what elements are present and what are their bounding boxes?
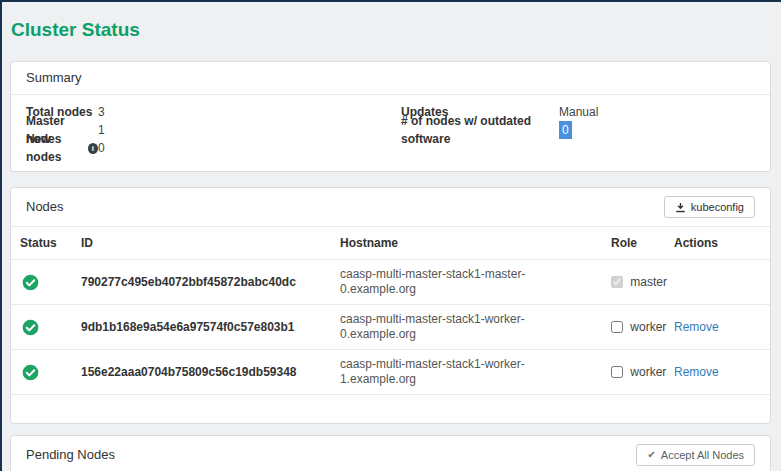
node-actions-cell: Remove — [665, 305, 770, 350]
node-actions-cell: Remove — [665, 350, 770, 395]
check-icon: ✔ — [647, 449, 655, 461]
nodes-table: Status ID Hostname Role Actions 790277c4… — [11, 227, 770, 395]
pending-nodes-panel: Pending Nodes ✔ Accept All Nodes You cur… — [10, 435, 771, 471]
summary-right-column: Updates Manual # of nodes w/ outdated so… — [401, 103, 755, 157]
page-title: Cluster Status — [11, 18, 781, 41]
node-actions-cell — [665, 260, 770, 305]
status-ok-icon — [22, 274, 39, 291]
summary-row-outdated: # of nodes w/ outdated software 0 — [401, 121, 755, 139]
node-id: 790277c495eb4072bbf45872babc40dc — [72, 260, 331, 305]
node-row: 790277c495eb4072bbf45872babc40dc caasp-m… — [11, 260, 770, 305]
node-hostname: caasp-multi-master-stack1-master-0.examp… — [331, 260, 602, 305]
node-row: 156e22aaa0704b75809c56c19db59348 caasp-m… — [11, 350, 770, 395]
download-icon — [675, 202, 686, 213]
nodes-panel-header: Nodes kubeconfig — [11, 188, 770, 227]
node-hostname: caasp-multi-master-stack1-worker-1.examp… — [331, 350, 602, 395]
column-header-role: Role — [602, 227, 665, 260]
nodes-panel-spacer — [11, 395, 770, 423]
summary-row-new-nodes: New nodes i 0 — [26, 139, 401, 157]
kubeconfig-button[interactable]: kubeconfig — [664, 196, 755, 218]
role-label: worker — [630, 365, 666, 379]
role-label: worker — [630, 320, 666, 334]
role-label: master — [630, 275, 667, 289]
kubeconfig-button-label: kubeconfig — [691, 201, 744, 213]
new-nodes-label-text: New nodes — [26, 130, 84, 166]
column-header-actions: Actions — [665, 227, 770, 260]
info-icon[interactable]: i — [88, 143, 98, 154]
total-nodes-value: 3 — [98, 103, 105, 121]
status-ok-icon — [22, 364, 39, 381]
column-header-id: ID — [72, 227, 331, 260]
nodes-panel-title: Nodes — [26, 199, 64, 215]
column-header-status: Status — [11, 227, 72, 260]
node-role-cell: worker — [602, 305, 665, 350]
node-status-cell — [11, 350, 72, 395]
updates-value: Manual — [559, 103, 598, 121]
column-header-hostname: Hostname — [331, 227, 602, 260]
new-nodes-label: New nodes i — [26, 130, 98, 166]
new-nodes-value: 0 — [98, 139, 105, 157]
role-checkbox[interactable] — [611, 366, 623, 378]
nodes-panel: Nodes kubeconfig Status ID Hostname Role… — [10, 187, 771, 424]
outdated-software-label: # of nodes w/ outdated software — [401, 112, 559, 148]
node-status-cell — [11, 260, 72, 305]
accept-all-nodes-label: Accept All Nodes — [661, 449, 744, 461]
node-role-cell: worker — [602, 350, 665, 395]
role-checkbox[interactable] — [611, 321, 623, 333]
pending-nodes-header: Pending Nodes ✔ Accept All Nodes — [11, 436, 770, 471]
role-checkbox — [611, 276, 623, 288]
node-id: 9db1b168e9a54e6a97574f0c57e803b1 — [72, 305, 331, 350]
remove-link[interactable]: Remove — [674, 320, 719, 334]
summary-panel-header: Summary — [11, 62, 770, 95]
node-status-cell — [11, 305, 72, 350]
node-role-cell: master — [602, 260, 665, 305]
pending-nodes-title: Pending Nodes — [26, 447, 115, 463]
summary-panel-title: Summary — [26, 70, 82, 86]
accept-all-nodes-button[interactable]: ✔ Accept All Nodes — [636, 444, 755, 466]
node-id: 156e22aaa0704b75809c56c19db59348 — [72, 350, 331, 395]
status-ok-icon — [22, 319, 39, 336]
master-nodes-value: 1 — [98, 121, 105, 139]
summary-panel: Summary Total nodes 3 Master nodes 1 New… — [10, 61, 771, 172]
outdated-software-value: 0 — [559, 121, 572, 139]
node-row: 9db1b168e9a54e6a97574f0c57e803b1 caasp-m… — [11, 305, 770, 350]
summary-body: Total nodes 3 Master nodes 1 New nodes i… — [11, 95, 770, 171]
node-hostname: caasp-multi-master-stack1-worker-0.examp… — [331, 305, 602, 350]
summary-left-column: Total nodes 3 Master nodes 1 New nodes i… — [26, 103, 401, 157]
nodes-table-header-row: Status ID Hostname Role Actions — [11, 227, 770, 260]
remove-link[interactable]: Remove — [674, 365, 719, 379]
